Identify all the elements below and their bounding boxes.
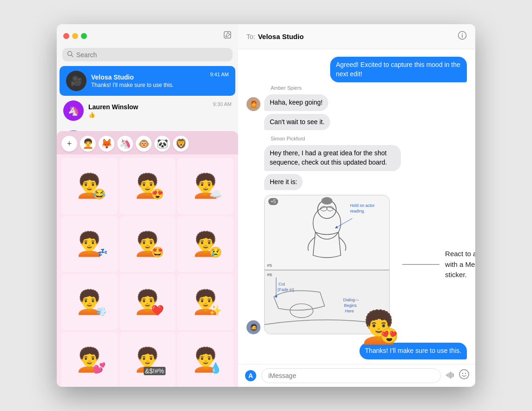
chat-header: To: Velosa Studio	[238, 24, 475, 49]
callout-line	[402, 265, 439, 265]
sidebar: 🎥 Velosa Studio Thanks! I'll make sure t…	[57, 24, 238, 387]
minimize-button[interactable]	[72, 33, 78, 39]
sticker-star-eyes[interactable]: 🧑‍🦱🤩	[120, 216, 176, 272]
message-row-amber-1: 🧑‍🦰 Haha, keep going!	[246, 94, 467, 111]
svg-text:reading.: reading.	[350, 209, 365, 213]
sticker-tab-unicorn[interactable]: 🦄	[117, 136, 133, 152]
sticker-heart-eyes[interactable]: 🧑‍🦱😍	[120, 158, 176, 214]
close-button[interactable]	[63, 33, 69, 39]
svg-text:Hold on actor: Hold on actor	[350, 203, 375, 208]
sticker-smug[interactable]: 🧑‍🦱💨	[61, 274, 118, 330]
traffic-lights	[63, 33, 87, 39]
svg-text:Dialog—: Dialog—	[343, 298, 359, 303]
sender-simon: Simon Pickford	[271, 136, 467, 141]
svg-text:Cut: Cut	[279, 282, 285, 286]
message-row-1: Agreed! Excited to capture this mood in …	[246, 57, 467, 82]
convo-name-velosa: Velosa Studio	[91, 73, 206, 81]
message-input[interactable]	[261, 368, 441, 383]
avatar-velosa: 🎥	[66, 71, 86, 91]
sticker-sparkle[interactable]: 🧑‍🦱✨	[177, 274, 233, 330]
search-icon	[67, 51, 73, 59]
emoji-button[interactable]	[459, 369, 470, 383]
svg-point-37	[462, 373, 463, 374]
app-window: 🎥 Velosa Studio Thanks! I'll make sure t…	[57, 24, 475, 387]
sticker-tab-monkey[interactable]: 🐵	[136, 136, 152, 152]
sticker-shocked[interactable]: 🧑‍🦱☁️	[177, 158, 233, 214]
storyboard-image[interactable]: Hold on actor reading. #	[264, 195, 390, 334]
conversation-item-velosa[interactable]: 🎥 Velosa Studio Thanks! I'll make sure t…	[60, 66, 235, 96]
svg-point-38	[465, 373, 466, 374]
message-row-sent-2: Thanks! I'll make sure to use this.	[246, 343, 467, 359]
bubble-sent-2: Thanks! I'll make sure to use this.	[359, 343, 467, 359]
callout-text: React to a postwith a Memojisticker.	[445, 249, 475, 280]
sticker-sweat[interactable]: 🧑‍🦱💧	[177, 332, 233, 387]
sticker-tab-panda[interactable]: 🐼	[154, 136, 170, 152]
convo-preview-velosa: Thanks! I'll make sure to use this.	[91, 82, 206, 88]
search-input[interactable]	[76, 51, 228, 59]
avatar-simon: 🧔	[246, 320, 260, 334]
to-label: To:	[246, 33, 255, 40]
sticker-tab-fox[interactable]: 🦊	[99, 136, 114, 152]
chat-input-bar: A	[238, 364, 475, 387]
convo-name-lauren: Lauren Winslow	[88, 103, 208, 111]
chat-messages: Agreed! Excited to capture this mood in …	[238, 49, 475, 364]
svg-point-4	[462, 33, 463, 34]
callout: React to a postwith a Memojisticker.	[402, 249, 475, 280]
storyboard-image-wrap: Hold on actor reading. #	[264, 195, 390, 334]
svg-text:#5: #5	[267, 263, 273, 268]
svg-text:A: A	[248, 372, 253, 379]
sticker-sleepy[interactable]: 🧑‍🦱💤	[61, 216, 118, 272]
sticker-cry-laugh[interactable]: 🧑‍🦱😂	[61, 158, 118, 214]
bubble-amber-1: Haha, keep going!	[264, 94, 328, 111]
sender-amber: Amber Spiers	[271, 85, 467, 91]
sticker-hearts[interactable]: 🧑‍🦱❤️	[120, 274, 176, 330]
svg-text:Here: Here	[345, 309, 354, 313]
svg-text:#6: #6	[267, 272, 273, 277]
chat-recipient: Velosa Studio	[258, 33, 304, 40]
avatar-lauren: 🦄	[63, 100, 84, 121]
bubble-sent-1: Agreed! Excited to capture this mood in …	[330, 57, 467, 82]
expand-indicator[interactable]: +5	[268, 198, 278, 205]
svg-point-13	[321, 197, 332, 205]
sticker-tab-memoji-1[interactable]: 🧑‍🦱	[80, 136, 96, 152]
sticker-grid: 🧑‍🦱😂 🧑‍🦱😍 🧑‍🦱☁️ 🧑‍🦱💤 🧑‍🦱🤩 🧑‍🦱😢	[57, 154, 238, 387]
convo-content-velosa: Velosa Studio Thanks! I'll make sure to …	[91, 73, 206, 88]
svg-text:(Fade in): (Fade in)	[278, 287, 294, 292]
svg-rect-0	[224, 32, 231, 38]
sticker-censored[interactable]: 🧑‍🦱&$!#%	[120, 332, 176, 387]
message-row-simon-1: Hey there, I had a great idea for the sh…	[246, 145, 467, 171]
chat-panel: To: Velosa Studio Agreed! Excited to cap…	[238, 24, 475, 387]
svg-text:Begins: Begins	[344, 303, 357, 308]
search-bar[interactable]	[62, 48, 233, 61]
conversation-item-lauren[interactable]: 🦄 Lauren Winslow 👍 9:30 AM	[57, 96, 238, 126]
compose-button[interactable]	[223, 31, 232, 41]
sticker-add-button[interactable]: +	[61, 136, 77, 152]
avatar-amber: 🧑‍🦰	[246, 97, 260, 111]
sticker-picker: + 🧑‍🦱 🦊 🦄 🐵 🐼 🦁 🧑‍🦱😂 🧑‍🦱😍 🧑‍🦱☁️	[57, 131, 238, 387]
app-store-button[interactable]: A	[244, 369, 258, 383]
info-button[interactable]	[458, 31, 467, 42]
message-row-simon-image: 🧔	[246, 195, 467, 334]
convo-time-lauren: 9:30 AM	[213, 100, 232, 107]
svg-line-2	[72, 55, 73, 57]
sticker-tabs: + 🧑‍🦱 🦊 🦄 🐵 🐼 🦁	[57, 131, 238, 154]
svg-point-36	[459, 370, 469, 379]
titlebar	[57, 24, 238, 45]
maximize-button[interactable]	[81, 33, 87, 39]
convo-content-lauren: Lauren Winslow 👍	[88, 103, 208, 118]
sticker-crying[interactable]: 🧑‍🦱😢	[177, 216, 233, 272]
message-row-amber-2: Can't wait to see it.	[246, 114, 467, 131]
message-row-simon-2: Here it is:	[246, 174, 467, 191]
bubble-amber-2: Can't wait to see it.	[264, 114, 330, 131]
sticker-love-big[interactable]: 🧑‍🦱💕	[61, 332, 118, 387]
bubble-simon-1: Hey there, I had a great idea for the sh…	[264, 145, 401, 171]
memoji-sticker-overlay: 🧑‍🦱😍	[359, 311, 399, 343]
audio-record-button[interactable]	[445, 370, 455, 382]
convo-time-velosa: 9:41 AM	[210, 71, 229, 77]
bubble-simon-2: Here it is:	[264, 174, 303, 191]
sticker-tab-lion[interactable]: 🦁	[173, 136, 189, 152]
convo-preview-lauren: 👍	[88, 112, 208, 118]
